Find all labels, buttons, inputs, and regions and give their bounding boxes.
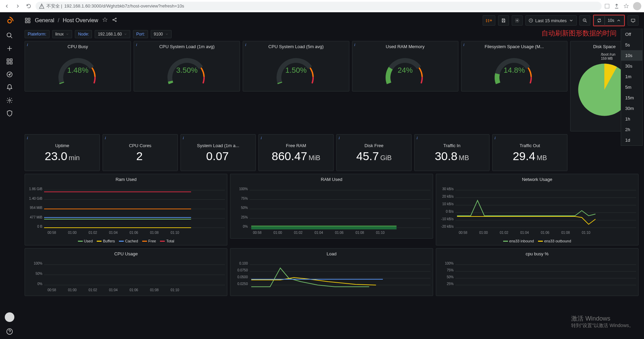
- svg-text:01:10: 01:10: [376, 231, 385, 235]
- url-bar[interactable]: 不安全 | 192.168.1.60:3000/d/Wghzbkb7z/host…: [36, 2, 602, 11]
- gauge: 14.8%: [464, 51, 565, 89]
- refresh-option[interactable]: 2h: [621, 124, 642, 135]
- help-icon[interactable]: [6, 328, 13, 335]
- info-icon: i: [417, 136, 417, 140]
- panel-title: Disk Free: [339, 142, 409, 150]
- gauge-panel[interactable]: i Filesystem Space Usage (M... 14.8%: [461, 41, 567, 91]
- refresh-option[interactable]: 1d: [621, 135, 642, 145]
- svg-point-14: [113, 19, 114, 20]
- svg-text:01:04: 01:04: [314, 231, 323, 235]
- panel-title: Load: [232, 251, 430, 258]
- gear-icon[interactable]: [6, 97, 13, 104]
- gauge-panel[interactable]: i Used RAM Memory 24%: [352, 41, 458, 91]
- var-node-label: Node:: [75, 30, 92, 38]
- zoom-out-button[interactable]: [579, 15, 590, 26]
- forward-button[interactable]: [14, 2, 22, 10]
- dashboards-icon: [25, 17, 31, 24]
- refresh-interval[interactable]: 10s: [605, 15, 624, 26]
- svg-text:01:08: 01:08: [561, 231, 570, 235]
- stat-panel[interactable]: i Uptime 23.0min: [25, 134, 100, 171]
- gauge-panel[interactable]: i CPU System Load (5m avg) 1.50%: [243, 41, 349, 91]
- share-button[interactable]: [112, 17, 117, 24]
- svg-text:01:08: 01:08: [150, 231, 159, 235]
- stat-value: 860.47MiB: [261, 150, 331, 163]
- save-button[interactable]: [498, 15, 509, 26]
- user-avatar[interactable]: [5, 312, 14, 322]
- svg-text:01:02: 01:02: [89, 231, 97, 235]
- settings-button[interactable]: [512, 15, 523, 26]
- tv-mode-button[interactable]: [628, 15, 639, 26]
- back-button[interactable]: [3, 2, 11, 10]
- refresh-option[interactable]: 1h: [621, 114, 642, 124]
- panel-title: CPU System Load (1m avg): [136, 43, 238, 51]
- refresh-option[interactable]: 1m: [621, 71, 642, 82]
- panel-title: Free RAM: [261, 142, 331, 150]
- refresh-option[interactable]: Off: [621, 29, 642, 40]
- gauge-panel[interactable]: i CPU System Load (1m avg) 3.50%: [134, 41, 240, 91]
- page-title[interactable]: Host Overview: [63, 17, 98, 24]
- chevron-down-icon: [165, 32, 169, 36]
- chart-panel[interactable]: Ram Used 1.86 GiB1.40 GiB954 MiB477 MiB0…: [25, 174, 227, 245]
- var-platform-label: Plateform:: [25, 30, 50, 38]
- panel-title: CPU System Load (5m avg): [245, 43, 347, 51]
- star-button[interactable]: [102, 17, 108, 24]
- reload-button[interactable]: [25, 2, 33, 10]
- gauge-panel[interactable]: i CPU Busy 1.48%: [25, 41, 131, 91]
- time-picker[interactable]: Last 15 minutes: [525, 15, 577, 26]
- refresh-option[interactable]: 30m: [621, 103, 642, 114]
- stat-panel[interactable]: i CPU Cores 2: [103, 134, 178, 171]
- share-browser-icon[interactable]: [614, 3, 619, 9]
- svg-text:25%: 25%: [241, 215, 248, 219]
- refresh-value: 10s: [608, 18, 614, 23]
- translate-icon[interactable]: [604, 3, 610, 9]
- svg-text:01:10: 01:10: [171, 231, 179, 235]
- stat-panel[interactable]: i Traffic Out 29.4MB: [492, 134, 567, 171]
- gauge-value: 1.50%: [285, 66, 307, 75]
- info-icon: i: [27, 136, 28, 140]
- stat-panel[interactable]: i Traffic In 30.8MB: [414, 134, 489, 171]
- var-platform-select[interactable]: linux: [52, 30, 72, 38]
- chart-panel[interactable]: CPU Usage 100%50%0%00:5801:0001:0201:040…: [25, 248, 227, 296]
- breadcrumb: General / Host Overview: [35, 17, 98, 24]
- add-panel-button[interactable]: ⫿⫿+: [483, 15, 495, 26]
- url-prefix: 不安全 |: [46, 3, 62, 9]
- chevron-down-icon: [66, 32, 69, 36]
- dashboards-icon[interactable]: [6, 58, 13, 65]
- refresh-option[interactable]: 10s: [621, 50, 642, 61]
- browser-chrome: 不安全 | 192.168.1.60:3000/d/Wghzbkb7z/host…: [0, 0, 644, 12]
- chart-panel[interactable]: Network Usage 30 kB/s20 kB/s10 kB/s0 B/s…: [436, 174, 639, 245]
- svg-text:0 B: 0 B: [37, 225, 42, 228]
- stat-panel[interactable]: i Disk Free 45.7GiB: [336, 134, 412, 171]
- chart-panel[interactable]: Load 0.1000.07500.05000.0250: [230, 248, 433, 296]
- refresh-option[interactable]: 30s: [621, 61, 642, 71]
- var-node-select[interactable]: 192.168.1.60: [95, 30, 130, 38]
- shield-icon[interactable]: [6, 110, 13, 117]
- stat-panel[interactable]: i System Load (1m a... 0.07: [180, 134, 256, 171]
- chart-svg: 1.86 GiB1.40 GiB954 MiB477 MiB0 B00:5801…: [27, 183, 225, 238]
- refresh-option[interactable]: 5s: [621, 40, 642, 50]
- var-port-select[interactable]: 9100: [151, 30, 172, 38]
- svg-text:100%: 100%: [239, 187, 248, 191]
- time-label: Last 15 minutes: [535, 18, 567, 23]
- chart-panel[interactable]: cpu busy % 100%75%50%25%: [436, 248, 639, 296]
- search-icon[interactable]: [6, 32, 13, 39]
- chevron-down-icon: [569, 18, 574, 23]
- svg-text:50%: 50%: [36, 272, 42, 276]
- avatar[interactable]: [633, 2, 641, 10]
- refresh-option[interactable]: 15m: [621, 93, 642, 103]
- bell-icon[interactable]: [6, 84, 13, 91]
- refresh-option[interactable]: 5m: [621, 82, 642, 93]
- svg-rect-6: [10, 62, 12, 64]
- topbar: General / Host Overview ⫿⫿+ Last 15 minu…: [19, 12, 644, 29]
- chart-panel[interactable]: RAM Used 100%75%50%25%0%00:5801:0001:020…: [230, 174, 433, 239]
- plus-icon[interactable]: [6, 45, 13, 52]
- breadcrumb-root[interactable]: General: [35, 17, 54, 24]
- svg-text:0.100: 0.100: [239, 262, 248, 265]
- refresh-button[interactable]: [594, 15, 605, 26]
- star-icon[interactable]: [623, 3, 629, 9]
- chart-svg: 0.1000.07500.05000.0250: [232, 258, 430, 294]
- explore-icon[interactable]: [6, 71, 13, 78]
- chevron-up-icon: [616, 18, 621, 23]
- stat-panel[interactable]: i Free RAM 860.47MiB: [258, 134, 334, 171]
- grafana-logo[interactable]: [5, 16, 14, 26]
